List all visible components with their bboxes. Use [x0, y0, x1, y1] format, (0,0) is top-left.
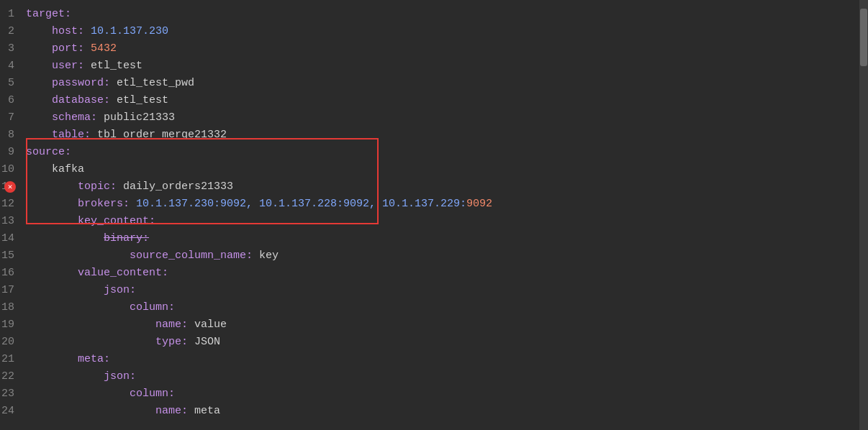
line-11: ✕ 11 topic: daily_orders21333	[0, 178, 859, 196]
line-content-7: schema: public21333	[26, 109, 859, 127]
line-19: 19 name: value	[0, 316, 859, 334]
line-content-12: brokers: 10.1.137.230:9092, 10.1.137.228…	[26, 196, 859, 213]
line-2: 2 host: 10.1.137.230	[0, 23, 859, 40]
line-content-18: column:	[26, 299, 859, 316]
line-16: 16 value_content:	[0, 265, 859, 282]
line-number-8: 8	[0, 127, 26, 144]
line-12: 12 brokers: 10.1.137.230:9092, 10.1.137.…	[0, 196, 859, 213]
line-20: 20 type: JSON	[0, 334, 859, 351]
line-number-19: 19	[0, 316, 26, 334]
line-content-13: key_content:	[26, 213, 859, 230]
line-1: 1 target:	[0, 6, 859, 23]
line-5: 5 password: etl_test_pwd	[0, 75, 859, 92]
line-6: 6 database: etl_test	[0, 92, 859, 109]
line-9: 9 source:	[0, 144, 859, 161]
line-number-7: 7	[0, 109, 26, 127]
line-content-17: json:	[26, 282, 859, 299]
line-number-3: 3	[0, 40, 26, 58]
line-content-1: target:	[26, 6, 859, 23]
line-content-5: password: etl_test_pwd	[26, 75, 859, 92]
line-14: 14 binary:	[0, 230, 859, 247]
line-number-14: 14	[0, 230, 26, 247]
line-content-19: name: value	[26, 316, 859, 334]
line-content-4: user: etl_test	[26, 58, 859, 75]
line-18: 18 column:	[0, 299, 859, 316]
line-number-12: 12	[0, 196, 26, 213]
editor-container: 1 target: 2 host: 10.1.137.230 3 port: 5…	[0, 0, 868, 430]
line-content-10: kafka	[26, 161, 859, 178]
line-number-4: 4	[0, 58, 26, 75]
line-number-10: 10	[0, 161, 26, 178]
line-22: 22 json:	[0, 368, 859, 385]
line-13: 13 key_content:	[0, 213, 859, 230]
code-area: 1 target: 2 host: 10.1.137.230 3 port: 5…	[0, 0, 868, 430]
line-number-5: 5	[0, 75, 26, 92]
line-content-2: host: 10.1.137.230	[26, 23, 859, 40]
line-17: 17 json:	[0, 282, 859, 299]
line-23: 23 column:	[0, 385, 859, 403]
line-number-16: 16	[0, 265, 26, 282]
line-content-22: json:	[26, 368, 859, 385]
line-content-11: topic: daily_orders21333	[26, 178, 859, 196]
line-number-6: 6	[0, 92, 26, 109]
line-content-3: port: 5432	[26, 40, 859, 58]
line-content-23: column:	[26, 385, 859, 403]
line-content-24: name: meta	[26, 403, 859, 420]
error-icon-line-11: ✕	[4, 181, 16, 193]
line-number-18: 18	[0, 299, 26, 316]
line-number-21: 21	[0, 351, 26, 368]
line-8: 8 table: tbl_order_merge21332	[0, 127, 859, 144]
line-number-20: 20	[0, 334, 26, 351]
line-10: 10 kafka	[0, 161, 859, 178]
line-21: 21 meta:	[0, 351, 859, 368]
line-7: 7 schema: public21333	[0, 109, 859, 127]
line-number-13: 13	[0, 213, 26, 230]
line-content-21: meta:	[26, 351, 859, 368]
line-number-23: 23	[0, 385, 26, 403]
line-content-6: database: etl_test	[26, 92, 859, 109]
line-3: 3 port: 5432	[0, 40, 859, 58]
line-number-15: 15	[0, 247, 26, 265]
line-number-1: 1	[0, 6, 26, 23]
line-content-8: table: tbl_order_merge21332	[26, 127, 859, 144]
line-15: 15 source_column_name: key	[0, 247, 859, 265]
line-content-15: source_column_name: key	[26, 247, 859, 265]
line-content-14: binary:	[26, 230, 859, 247]
line-content-20: type: JSON	[26, 334, 859, 351]
line-content-9: source:	[26, 144, 859, 161]
line-content-16: value_content:	[26, 265, 859, 282]
scrollbar[interactable]	[859, 0, 868, 430]
line-number-22: 22	[0, 368, 26, 385]
line-number-17: 17	[0, 282, 26, 299]
line-number-2: 2	[0, 23, 26, 40]
line-24: 24 name: meta	[0, 403, 859, 420]
scrollbar-thumb[interactable]	[860, 9, 867, 66]
line-4: 4 user: etl_test	[0, 58, 859, 75]
line-number-24: 24	[0, 403, 26, 420]
line-number-9: 9	[0, 144, 26, 161]
